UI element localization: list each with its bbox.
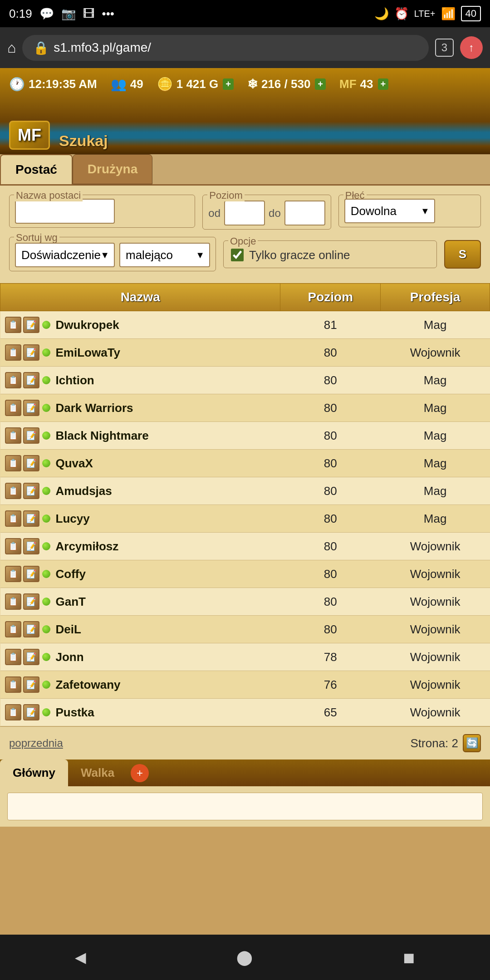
- player-icon-2[interactable]: 📝: [23, 566, 39, 582]
- player-icon-2[interactable]: 📝: [23, 538, 39, 554]
- table-row[interactable]: 📋 📝 GanT 80Wojownik: [0, 588, 490, 616]
- player-icon-2[interactable]: 📝: [23, 510, 39, 527]
- lock-icon: 🔒: [33, 40, 49, 55]
- player-icon-2[interactable]: 📝: [23, 400, 39, 416]
- player-icon-1[interactable]: 📋: [5, 483, 21, 499]
- level-from-input[interactable]: [224, 201, 265, 225]
- home-nav-button[interactable]: ⬤: [236, 949, 253, 966]
- upload-button[interactable]: ↑: [460, 36, 483, 59]
- player-name[interactable]: Pustka: [56, 706, 94, 720]
- url-bar[interactable]: 🔒 s1.mfo3.pl/game/: [22, 35, 428, 61]
- page-info: Strona: 2 🔄: [410, 734, 481, 752]
- sort-by-select[interactable]: Doświadczenie Poziom Nazwa: [15, 243, 115, 267]
- table-row[interactable]: 📋 📝 Amudsjas 80Mag: [0, 477, 490, 505]
- bottom-tab-main[interactable]: Główny: [0, 760, 68, 786]
- player-icon-2[interactable]: 📝: [23, 455, 39, 471]
- player-level: 80: [280, 394, 381, 422]
- player-action-icons: 📋 📝: [5, 427, 39, 444]
- back-button[interactable]: ◀: [75, 949, 86, 966]
- player-name[interactable]: Ichtion: [56, 373, 94, 387]
- bottom-tab-bar: Główny Walka +: [0, 760, 490, 786]
- player-name[interactable]: Jonn: [56, 650, 84, 664]
- prev-page-button[interactable]: poprzednia: [9, 737, 63, 750]
- player-icon-1[interactable]: 📋: [5, 704, 21, 720]
- chat-input[interactable]: [7, 793, 483, 820]
- online-indicator: [42, 598, 50, 606]
- table-row[interactable]: 📋 📝 Coffy 80Wojownik: [0, 560, 490, 588]
- player-name[interactable]: QuvaX: [56, 456, 93, 470]
- player-icon-2[interactable]: 📝: [23, 317, 39, 333]
- sort-order-select[interactable]: malejąco rosnąco: [119, 243, 210, 267]
- player-name[interactable]: Dark Warriors: [56, 401, 133, 415]
- player-name[interactable]: Arcymiłosz: [56, 539, 119, 554]
- table-row[interactable]: 📋 📝 EmiLowaTy 80Wojownik: [0, 339, 490, 367]
- player-icon-2[interactable]: 📝: [23, 372, 39, 388]
- player-icon-1[interactable]: 📋: [5, 400, 21, 416]
- player-icon-2[interactable]: 📝: [23, 427, 39, 444]
- gold-plus-button[interactable]: +: [223, 78, 234, 90]
- player-level: 80: [280, 533, 381, 560]
- table-row[interactable]: 📋 📝 Jonn 78Wojownik: [0, 643, 490, 671]
- character-name-input[interactable]: [15, 199, 115, 224]
- tab-character[interactable]: Postać: [0, 154, 73, 184]
- mf-plus-button[interactable]: +: [378, 78, 389, 90]
- player-name[interactable]: DeiL: [56, 622, 81, 637]
- player-level: 80: [280, 560, 381, 588]
- table-row[interactable]: 📋 📝 Arcymiłosz 80Wojownik: [0, 533, 490, 560]
- table-row[interactable]: 📋 📝 Ichtion 80Mag: [0, 367, 490, 394]
- player-icon-1[interactable]: 📋: [5, 317, 21, 333]
- player-icon-2[interactable]: 📝: [23, 676, 39, 693]
- bottom-tab-fight[interactable]: Walka: [68, 760, 127, 786]
- refresh-button[interactable]: 🔄: [463, 734, 481, 752]
- player-icon-1[interactable]: 📋: [5, 510, 21, 527]
- add-tab-button[interactable]: +: [131, 764, 149, 782]
- gender-select[interactable]: Dowolna Mężczyzna Kobieta: [344, 199, 435, 223]
- search-button[interactable]: S: [444, 240, 481, 269]
- player-icon-2[interactable]: 📝: [23, 483, 39, 499]
- player-icon-1[interactable]: 📋: [5, 649, 21, 665]
- player-name[interactable]: Amudsjas: [56, 484, 112, 498]
- player-icon-2[interactable]: 📝: [23, 621, 39, 637]
- player-icon-2[interactable]: 📝: [23, 344, 39, 361]
- energy-plus-button[interactable]: +: [315, 78, 326, 90]
- player-icon-2[interactable]: 📝: [23, 649, 39, 665]
- player-name[interactable]: Coffy: [56, 567, 86, 581]
- online-only-checkbox[interactable]: [231, 249, 244, 261]
- player-name[interactable]: GanT: [56, 595, 86, 609]
- table-row[interactable]: 📋 📝 QuvaX 80Mag: [0, 450, 490, 477]
- player-icon-2[interactable]: 📝: [23, 593, 39, 610]
- player-icon-1[interactable]: 📋: [5, 593, 21, 610]
- player-level: 80: [280, 422, 381, 450]
- player-icon-1[interactable]: 📋: [5, 427, 21, 444]
- table-row[interactable]: 📋 📝 Zafetowany 76Wojownik: [0, 671, 490, 699]
- recent-apps-button[interactable]: ◼: [403, 949, 415, 966]
- table-row[interactable]: 📋 📝 Lucyy 80Mag: [0, 505, 490, 533]
- table-row[interactable]: 📋 📝 Pustka 65Wojownik: [0, 699, 490, 726]
- player-icon-2[interactable]: 📝: [23, 704, 39, 720]
- table-row[interactable]: 📋 📝 Dark Warriors 80Mag: [0, 394, 490, 422]
- player-profession: Wojownik: [381, 339, 490, 367]
- level-to-input[interactable]: [284, 201, 325, 225]
- player-icon-1[interactable]: 📋: [5, 621, 21, 637]
- online-indicator: [42, 348, 50, 357]
- player-icon-1[interactable]: 📋: [5, 344, 21, 361]
- table-row[interactable]: 📋 📝 Dwukropek 81Mag: [0, 311, 490, 339]
- player-profession: Mag: [381, 422, 490, 450]
- player-icon-1[interactable]: 📋: [5, 676, 21, 693]
- player-name-cell: 📋 📝 Amudsjas: [0, 477, 280, 505]
- table-row[interactable]: 📋 📝 Black Nightmare 80Mag: [0, 422, 490, 450]
- home-button[interactable]: ⌂: [7, 39, 16, 56]
- player-icon-1[interactable]: 📋: [5, 455, 21, 471]
- player-name[interactable]: Lucyy: [56, 512, 90, 526]
- tab-count[interactable]: 3: [435, 39, 454, 57]
- player-icon-1[interactable]: 📋: [5, 372, 21, 388]
- player-icon-1[interactable]: 📋: [5, 538, 21, 554]
- player-name[interactable]: Dwukropek: [56, 318, 119, 332]
- player-name[interactable]: EmiLowaTy: [56, 346, 121, 360]
- player-icon-1[interactable]: 📋: [5, 566, 21, 582]
- sort-selects: Doświadczenie Poziom Nazwa malejąco rosn…: [15, 243, 210, 267]
- player-name[interactable]: Zafetowany: [56, 678, 121, 692]
- player-name[interactable]: Black Nightmare: [56, 429, 149, 443]
- table-row[interactable]: 📋 📝 DeiL 80Wojownik: [0, 616, 490, 643]
- tab-team[interactable]: Drużyna: [73, 154, 152, 184]
